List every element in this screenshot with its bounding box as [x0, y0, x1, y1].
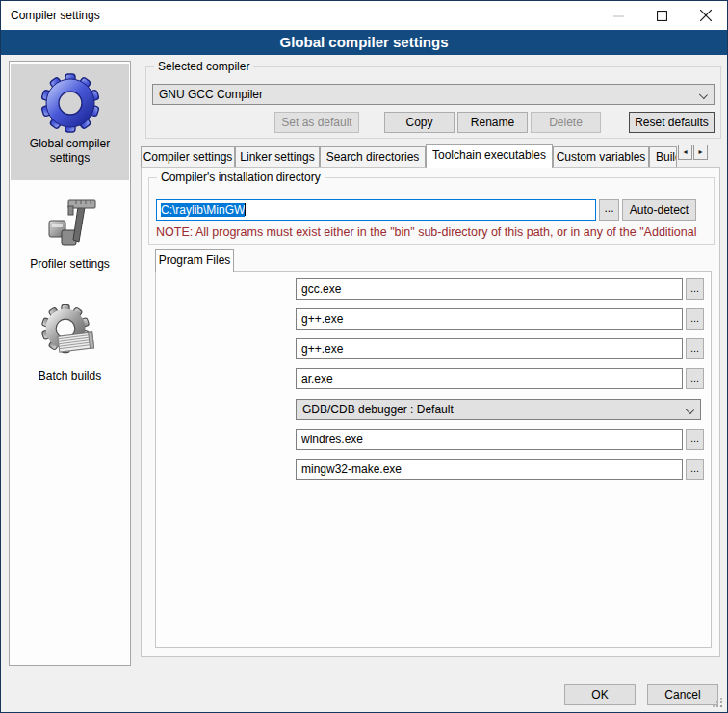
- tab-scroll-left-button[interactable]: ◂: [678, 145, 692, 160]
- linker-static-browse-button[interactable]: ...: [686, 368, 704, 389]
- installation-directory-input[interactable]: C:\raylib\MinGW: [156, 199, 596, 221]
- subtab-program-files[interactable]: Program Files: [155, 249, 234, 272]
- sidebar-item-profiler-settings[interactable]: Profiler settings: [11, 184, 129, 292]
- cpp-compiler-input[interactable]: [296, 308, 683, 330]
- auto-detect-button[interactable]: Auto-detect: [622, 199, 696, 221]
- reset-defaults-button[interactable]: Reset defaults: [629, 112, 715, 133]
- make-program-input[interactable]: [296, 459, 683, 480]
- set-as-default-button: Set as default: [274, 112, 359, 133]
- copy-button[interactable]: Copy: [384, 112, 455, 133]
- minimize-button[interactable]: [597, 1, 640, 30]
- chevron-down-icon: [699, 91, 708, 99]
- resize-grip[interactable]: [720, 705, 722, 707]
- sidebar-item-label: Batch builds: [39, 369, 101, 383]
- ok-button[interactable]: OK: [564, 684, 636, 705]
- sidebar-item-global-compiler-settings[interactable]: Global compiler settings: [11, 64, 129, 180]
- tab-toolchain-executables[interactable]: Toolchain executables: [426, 144, 553, 168]
- debugger-combobox[interactable]: GDB/CDB debugger : Default: [296, 399, 701, 420]
- blue-gear-icon: [39, 71, 101, 133]
- chevron-down-icon: [686, 406, 694, 414]
- selected-compiler-value: GNU GCC Compiler: [159, 88, 263, 101]
- maximize-button[interactable]: [640, 1, 684, 30]
- settings-category-sidebar: Global compiler settings: [9, 61, 131, 666]
- tab-build-options-clipped[interactable]: Build: [649, 146, 677, 167]
- selected-text: C:\raylib\MinGW: [161, 203, 245, 217]
- close-button[interactable]: [684, 1, 727, 30]
- sidebar-item-label: Profiler settings: [30, 257, 110, 272]
- make-program-browse-button[interactable]: ...: [686, 459, 704, 480]
- gray-gear-stack-icon: [39, 304, 101, 365]
- linker-dynamic-input[interactable]: [296, 338, 683, 359]
- caliper-icon: [39, 192, 101, 253]
- minimize-icon: [613, 11, 624, 21]
- sidebar-item-batch-builds[interactable]: Batch builds: [11, 296, 129, 408]
- sidebar-item-label: Global compiler settings: [11, 137, 129, 166]
- close-icon: [700, 10, 712, 21]
- selected-compiler-group-label: Selected compiler: [154, 60, 253, 73]
- c-compiler-browse-button[interactable]: ...: [686, 278, 704, 300]
- text-caret: [245, 203, 246, 216]
- tab-search-directories[interactable]: Search directories: [320, 146, 426, 167]
- resource-compiler-browse-button[interactable]: ...: [686, 429, 704, 450]
- linker-static-input[interactable]: [296, 368, 683, 389]
- resource-compiler-input[interactable]: [296, 429, 683, 450]
- cpp-compiler-browse-button[interactable]: ...: [686, 308, 704, 330]
- cancel-button[interactable]: Cancel: [647, 684, 718, 705]
- delete-button: Delete: [531, 112, 601, 133]
- compiler-settings-dialog: Compiler settings Global compiler settin…: [0, 0, 728, 713]
- c-compiler-input[interactable]: [296, 278, 683, 300]
- maximize-icon: [657, 11, 667, 21]
- selected-compiler-combobox[interactable]: GNU GCC Compiler: [152, 84, 715, 105]
- tab-custom-variables[interactable]: Custom variables: [553, 146, 649, 167]
- dialog-header: Global compiler settings: [1, 30, 727, 55]
- browse-directory-button[interactable]: ...: [599, 199, 619, 221]
- arrow-left-icon: ◂: [683, 148, 687, 156]
- linker-dynamic-browse-button[interactable]: ...: [686, 338, 704, 359]
- tab-linker-settings[interactable]: Linker settings: [235, 146, 320, 167]
- window-title: Compiler settings: [11, 9, 100, 22]
- arrow-right-icon: ▸: [698, 148, 702, 156]
- tab-compiler-settings[interactable]: Compiler settings: [141, 146, 235, 167]
- installation-directory-group-label: Compiler's installation directory: [157, 171, 325, 184]
- bin-subdirectory-note: NOTE: All programs must exist either in …: [156, 225, 716, 239]
- debugger-value: GDB/CDB debugger : Default: [302, 403, 454, 416]
- tab-scroll-right-button[interactable]: ▸: [693, 145, 708, 160]
- rename-button[interactable]: Rename: [457, 112, 528, 133]
